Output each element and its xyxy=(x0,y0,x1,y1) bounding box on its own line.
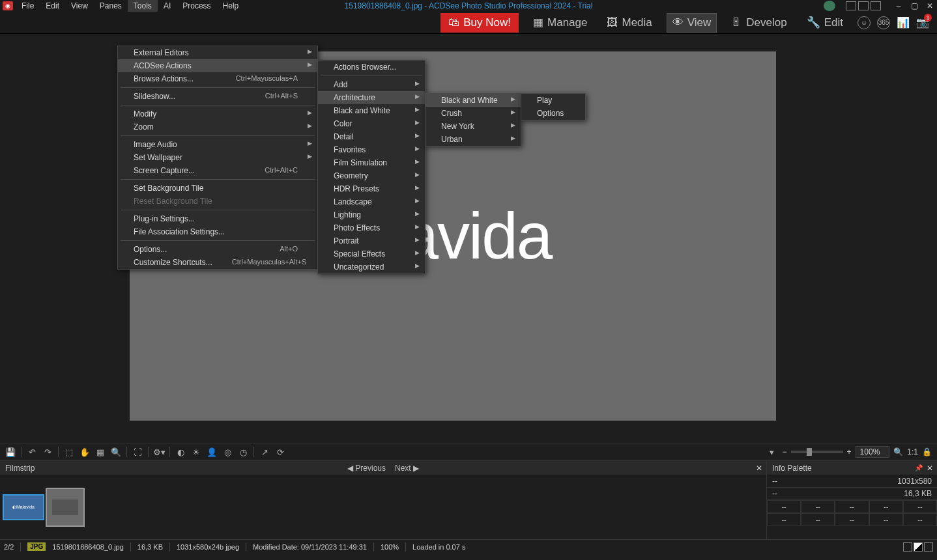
status-icon-1[interactable] xyxy=(903,542,912,552)
lock-icon[interactable]: ⟳ xyxy=(275,447,285,457)
tools-menu-item-20[interactable]: Customize Shortcuts...Ctrl+Mayusculas+Al… xyxy=(118,256,317,269)
menu-file[interactable]: File xyxy=(16,0,40,12)
exposure-icon[interactable]: ☀ xyxy=(191,447,201,457)
actions-menu-item-12[interactable]: Lighting▶ xyxy=(318,208,425,221)
target-icon[interactable]: ◎ xyxy=(222,447,233,457)
maximize-button[interactable]: ▢ xyxy=(908,1,920,10)
status-icon-3[interactable] xyxy=(924,542,933,552)
arch-menu-item-0[interactable]: Black and White▶ xyxy=(425,94,521,107)
histogram-icon[interactable]: 📊 xyxy=(897,16,910,29)
menu-help[interactable]: Help xyxy=(217,0,245,12)
menu-view[interactable]: View xyxy=(65,0,94,12)
arch-menu-item-2[interactable]: New York▶ xyxy=(425,120,521,133)
media-icon: 🖼 xyxy=(607,16,618,29)
actions-menu-item-2[interactable]: Add▶ xyxy=(318,78,425,91)
layout-switcher[interactable] xyxy=(846,1,881,10)
fit-icon[interactable]: ⛶ xyxy=(132,447,143,457)
clock-icon[interactable]: ◷ xyxy=(238,447,248,457)
people-tool-icon[interactable]: 👤 xyxy=(207,447,217,457)
close-button[interactable]: ✕ xyxy=(924,1,936,10)
tools-menu-item-10[interactable]: Set Wallpaper▶ xyxy=(118,151,317,164)
tools-menu-item-17[interactable]: File Association Settings... xyxy=(118,225,317,238)
zoom-11-icon[interactable]: 1:1 xyxy=(907,447,918,456)
menu-process[interactable]: Process xyxy=(177,0,216,12)
tools-menu-item-2[interactable]: Browse Actions...Ctrl+Mayusculas+A xyxy=(118,72,317,85)
rotate-left-icon[interactable]: ↶ xyxy=(27,447,37,457)
color-icon[interactable]: ◐ xyxy=(175,447,186,457)
select-icon[interactable]: ⬚ xyxy=(64,447,74,457)
zoom-tool-icon[interactable]: 🔍 xyxy=(111,447,121,457)
actions-menu-item-0[interactable]: Actions Browser... xyxy=(318,61,425,74)
bw-menu-item-0[interactable]: Play xyxy=(521,94,585,107)
chevron-right-icon: ▶ xyxy=(415,145,420,152)
tools-menu-item-6[interactable]: Modify▶ xyxy=(118,107,317,120)
gear-icon[interactable]: ⚙▾ xyxy=(154,447,164,457)
tools-menu-item-1[interactable]: ACDSee Actions▶ xyxy=(118,59,317,72)
actions-menu-item-7[interactable]: Favorites▶ xyxy=(318,143,425,156)
tools-menu-item-4[interactable]: Slideshow...Ctrl+Alt+S xyxy=(118,90,317,103)
hand-icon[interactable]: ✋ xyxy=(79,447,90,457)
actions-menu-item-14[interactable]: Portrait▶ xyxy=(318,234,425,247)
actions-menu-item-8[interactable]: Film Simulation▶ xyxy=(318,156,425,169)
arch-menu-item-1[interactable]: Crush▶ xyxy=(425,107,521,120)
tools-menu-item-11[interactable]: Screen Capture...Ctrl+Alt+C xyxy=(118,164,317,177)
chevron-right-icon: ▶ xyxy=(415,249,420,256)
save-icon[interactable]: 💾 xyxy=(5,447,16,457)
buy-now-button[interactable]: 🛍Buy Now! xyxy=(440,13,519,33)
zoom-in-icon[interactable]: + xyxy=(847,447,852,456)
thumbnail-1[interactable]: ◐Malavida xyxy=(4,496,43,519)
actions-menu-item-3[interactable]: Architecture▶ xyxy=(318,91,425,104)
actions-menu-item-13[interactable]: Photo Effects▶ xyxy=(318,221,425,234)
mode-develop[interactable]: 🎚Develop xyxy=(726,14,792,32)
actions-menu-item-10[interactable]: HDR Presets▶ xyxy=(318,182,425,195)
actions-menu-item-9[interactable]: Geometry▶ xyxy=(318,169,425,182)
external-icon[interactable]: ↗ xyxy=(259,447,270,457)
status-icon-2[interactable] xyxy=(914,542,923,552)
prev-button[interactable]: ◀ Previous xyxy=(347,464,386,473)
actions-menu-item-16[interactable]: Uncategorized▶ xyxy=(318,260,425,273)
actions-menu-item-6[interactable]: Detail▶ xyxy=(318,130,425,143)
actions-menu-item-11[interactable]: Landscape▶ xyxy=(318,195,425,208)
tools-menu-item-13[interactable]: Set Background Tile xyxy=(118,182,317,195)
minimize-button[interactable]: – xyxy=(893,1,904,10)
actions-menu-item-4[interactable]: Black and White▶ xyxy=(318,104,425,117)
zoom-slider[interactable] xyxy=(791,451,843,453)
zoom-lock-icon[interactable]: 🔒 xyxy=(922,447,932,456)
menu-edit[interactable]: Edit xyxy=(40,0,65,12)
mode-manage[interactable]: ▦Manage xyxy=(528,13,592,32)
info-size: 16,3 KB xyxy=(904,489,932,498)
zoom-out-icon[interactable]: − xyxy=(783,447,787,456)
arch-menu-item-3[interactable]: Urban▶ xyxy=(425,133,521,146)
mode-media[interactable]: 🖼Media xyxy=(601,14,657,32)
menu-ai[interactable]: AI xyxy=(158,0,177,12)
tools-menu-item-19[interactable]: Options...Alt+O xyxy=(118,243,317,256)
chevron-down-icon[interactable]: ▾ xyxy=(767,447,777,457)
zoom-percent-dropdown[interactable]: 100% xyxy=(856,446,890,458)
zoom-fit-icon[interactable]: 🔍 xyxy=(893,447,903,456)
thumbnail-2[interactable] xyxy=(46,488,85,527)
actions-menu-item-5[interactable]: Color▶ xyxy=(318,117,425,130)
tools-menu-item-7[interactable]: Zoom▶ xyxy=(118,120,317,133)
tools-menu-item-0[interactable]: External Editors▶ xyxy=(118,46,317,59)
menu-panes[interactable]: Panes xyxy=(94,0,128,12)
window-title: 1519801886408_0.jpg - ACDSee Photo Studi… xyxy=(345,1,593,10)
365-icon[interactable]: 365 xyxy=(877,16,890,29)
marquee-icon[interactable]: ▦ xyxy=(95,447,106,457)
pin-icon[interactable]: 📌 xyxy=(915,464,923,471)
tools-menu-item-9[interactable]: Image Audio▶ xyxy=(118,138,317,151)
chevron-right-icon: ▶ xyxy=(415,223,420,230)
actions-menu-item-15[interactable]: Special Effects▶ xyxy=(318,247,425,260)
next-button[interactable]: Next ▶ xyxy=(395,464,419,473)
bw-menu-item-1[interactable]: Options xyxy=(521,107,585,120)
menu-tools[interactable]: Tools xyxy=(128,0,158,12)
rotate-right-icon[interactable]: ↷ xyxy=(42,447,53,457)
notifications-icon[interactable]: 📷 xyxy=(916,16,929,29)
info-palette-close-icon[interactable]: ✕ xyxy=(927,464,933,473)
tools-menu-item-16[interactable]: Plug-in Settings... xyxy=(118,212,317,225)
mode-view[interactable]: 👁View xyxy=(667,13,717,33)
mode-edit[interactable]: 🔧Edit xyxy=(801,13,848,32)
tools-menu-item-14: Reset Background Tile xyxy=(118,195,317,208)
user-avatar-icon[interactable] xyxy=(824,1,835,11)
people-icon[interactable]: ☺ xyxy=(858,16,871,29)
filmstrip-close-icon[interactable]: ✕ xyxy=(756,464,762,473)
